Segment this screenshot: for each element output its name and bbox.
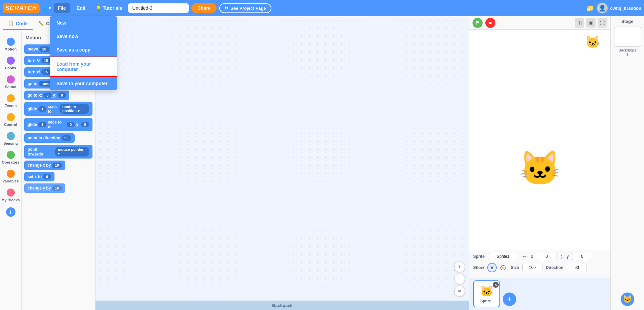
block-change-y[interactable]: change y by 10 bbox=[24, 183, 65, 193]
block-glide-to[interactable]: glide 1 secs to random position ▾ bbox=[24, 102, 92, 116]
globe-button[interactable]: 🌐 ▾ bbox=[42, 5, 51, 11]
username-label: cwhq_brandon bbox=[610, 6, 641, 11]
hide-button[interactable]: 🚫 bbox=[498, 263, 507, 272]
sidebar-item-sensing[interactable]: Sensing bbox=[0, 129, 21, 148]
sidebar-item-operators[interactable]: Operators bbox=[0, 148, 21, 167]
zoom-out-button[interactable]: − bbox=[454, 274, 465, 284]
x-arrows-icon: ↔ bbox=[522, 253, 528, 260]
edit-menu-button[interactable]: Edit bbox=[73, 3, 89, 13]
file-dropdown-menu: New Save now Save as a copy Load from yo… bbox=[50, 16, 117, 90]
add-extension-button[interactable]: + bbox=[0, 205, 21, 219]
stage-sprite-cat: 🐱 bbox=[519, 148, 561, 188]
costumes-icon: ✏️ bbox=[38, 21, 44, 26]
y-label: y bbox=[567, 254, 569, 259]
sidebar-item-sound[interactable]: Sound bbox=[0, 73, 21, 92]
motion-dot bbox=[7, 38, 15, 46]
show-buttons: 👁 🚫 bbox=[487, 263, 507, 272]
code-background bbox=[96, 16, 469, 310]
scroll-controls: + − = bbox=[454, 262, 465, 297]
sound-dot bbox=[7, 75, 15, 83]
sprite-delete-button[interactable]: ✕ bbox=[493, 282, 499, 288]
code-area[interactable]: + − = Backpack bbox=[96, 16, 469, 310]
small-stage-button[interactable]: ◫ bbox=[575, 18, 584, 28]
block-glide-xy[interactable]: glide 1 secs to x: 0 y: 0 bbox=[24, 118, 92, 131]
scratch-logo: SCRATCH bbox=[3, 3, 40, 13]
sprite-list: ✕ 🐱 Sprite1 + bbox=[469, 278, 610, 310]
sprite-thumb-label: Sprite1 bbox=[480, 299, 493, 303]
stop-button[interactable]: ■ bbox=[485, 18, 495, 28]
globe-icon: 🌐 bbox=[42, 5, 48, 11]
size-label: Size bbox=[511, 265, 519, 270]
normal-stage-button[interactable]: ▣ bbox=[586, 18, 596, 28]
stage-side-thumbnail[interactable] bbox=[614, 27, 641, 47]
file-menu-save-now[interactable]: Save now bbox=[50, 30, 117, 43]
sprite-name-input[interactable] bbox=[488, 253, 518, 260]
see-project-button[interactable]: ↻ See Project Page bbox=[219, 3, 271, 13]
add-sprite-area: + bbox=[503, 280, 516, 307]
show-label: Show bbox=[473, 265, 484, 270]
navbar: SCRATCH 🌐 ▾ File Edit 💡 Tutorials Share … bbox=[0, 0, 644, 16]
x-label: x bbox=[531, 254, 533, 259]
backdrops-count: 1 bbox=[626, 52, 628, 56]
stage-container: ⚑ ■ ◫ ▣ ⛶ 🐱 🐱 Sprite ↔ x ↕ y bbox=[469, 16, 610, 310]
operators-dot bbox=[7, 151, 15, 159]
sensing-dot bbox=[7, 132, 15, 140]
events-dot bbox=[7, 94, 15, 102]
x-input[interactable] bbox=[537, 253, 557, 260]
file-menu-save-copy[interactable]: Save as a copy bbox=[50, 43, 117, 57]
block-point-towards[interactable]: point towards mouse-pointer ▾ bbox=[24, 145, 92, 159]
block-point-direction[interactable]: point in direction 90 bbox=[24, 133, 75, 143]
sidebar-item-looks[interactable]: Looks bbox=[0, 54, 21, 73]
file-menu-button[interactable]: File bbox=[54, 3, 70, 13]
stage-side-panel: Stage Backdrops 1 🐱 bbox=[610, 16, 644, 310]
folder-icon[interactable]: 📁 bbox=[586, 4, 594, 12]
avatar[interactable]: 👤 bbox=[597, 3, 608, 13]
block-goto-xy[interactable]: go to x: 0 y: 0 bbox=[24, 91, 69, 100]
green-flag-button[interactable]: ⚑ bbox=[472, 18, 483, 28]
variables-dot bbox=[7, 170, 15, 178]
add-icon: + bbox=[6, 207, 15, 217]
sidebar-item-control[interactable]: Control bbox=[0, 110, 21, 129]
y-arrows-icon: ↕ bbox=[560, 253, 563, 260]
sidebar-item-variables[interactable]: Variables bbox=[0, 167, 21, 186]
direction-input[interactable] bbox=[567, 264, 587, 271]
zoom-in-button[interactable]: + bbox=[454, 262, 465, 272]
stage-view-icons: ◫ ▣ ⛶ bbox=[575, 18, 607, 28]
sidebar-item-motion[interactable]: Motion bbox=[0, 35, 21, 54]
control-dot bbox=[7, 113, 15, 121]
sidebar-item-events[interactable]: Events bbox=[0, 92, 21, 110]
file-menu-new[interactable]: New bbox=[50, 16, 117, 30]
stage-canvas: 🐱 🐱 bbox=[469, 30, 610, 250]
myblocks-dot bbox=[7, 188, 15, 197]
looks-dot bbox=[7, 57, 15, 65]
center-button[interactable]: = bbox=[454, 286, 465, 297]
size-input[interactable] bbox=[522, 264, 542, 271]
file-menu-save-computer[interactable]: Save to your computer bbox=[50, 77, 117, 90]
backpack-bar[interactable]: Backpack bbox=[96, 301, 469, 310]
add-backdrop-button[interactable]: 🐱 bbox=[621, 292, 634, 306]
project-title-input[interactable] bbox=[128, 3, 189, 13]
y-input[interactable] bbox=[572, 253, 592, 260]
fullscreen-button[interactable]: ⛶ bbox=[598, 18, 607, 28]
sprite-info-panel: Sprite ↔ x ↕ y Show 👁 🚫 Size Direction bbox=[469, 250, 610, 278]
file-menu-load[interactable]: Load from your computer bbox=[50, 57, 117, 77]
sprite-thumb-sprite1[interactable]: ✕ 🐱 Sprite1 bbox=[473, 280, 500, 307]
sprite-label: Sprite bbox=[473, 254, 485, 259]
share-button[interactable]: Share bbox=[191, 3, 217, 13]
sidebar-item-myblocks[interactable]: My Blocks bbox=[0, 186, 21, 205]
tutorials-button[interactable]: 💡 Tutorials bbox=[92, 3, 125, 13]
stage-topbar: ⚑ ■ ◫ ▣ ⛶ bbox=[469, 16, 610, 30]
add-sprite-button[interactable]: + bbox=[503, 292, 516, 306]
block-change-x[interactable]: change x by 10 bbox=[24, 161, 65, 170]
block-set-x[interactable]: set x to 0 bbox=[24, 172, 54, 181]
sprite-info-row2: Show 👁 🚫 Size Direction bbox=[473, 263, 606, 272]
sprite-info-row: Sprite ↔ x ↕ y bbox=[473, 253, 606, 260]
refresh-icon: ↻ bbox=[225, 6, 228, 11]
show-button[interactable]: 👁 bbox=[487, 263, 497, 272]
block-categories: Motion Looks Sound Events Control bbox=[0, 32, 22, 310]
sprite-thumb-icon: 🐱 bbox=[480, 285, 493, 298]
globe-chevron: ▾ bbox=[49, 5, 51, 11]
tab-code[interactable]: 📋 Code bbox=[3, 18, 33, 30]
stage-sprite-preview-small: 🐱 bbox=[585, 35, 600, 49]
direction-label: Direction bbox=[546, 265, 563, 270]
